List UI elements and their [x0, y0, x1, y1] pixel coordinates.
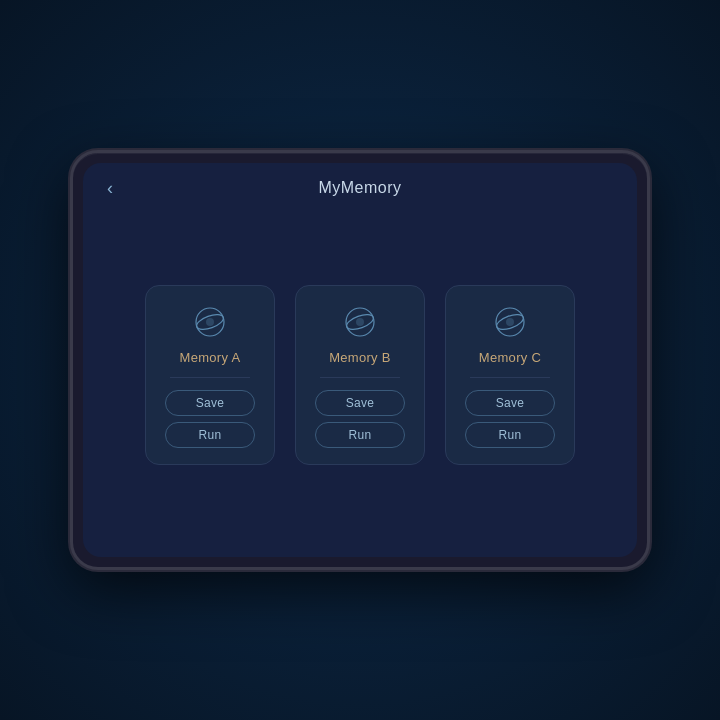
memory-b-label: Memory B: [329, 350, 391, 365]
memory-card-c: Memory C Save Run: [445, 285, 575, 465]
memory-a-label: Memory A: [180, 350, 241, 365]
page-header: ‹ MyMemory: [83, 163, 637, 213]
memory-a-run-button[interactable]: Run: [165, 422, 255, 448]
svg-point-5: [356, 318, 364, 326]
svg-point-2: [206, 318, 214, 326]
memory-card-b: Memory B Save Run: [295, 285, 425, 465]
tablet-device: ‹ MyMemory Memory A Save Run: [70, 150, 650, 570]
memory-cards-container: Memory A Save Run Memory B Save Run: [83, 213, 637, 557]
memory-a-save-button[interactable]: Save: [165, 390, 255, 416]
card-a-divider: [170, 377, 250, 378]
memory-b-icon: [342, 304, 378, 340]
tablet-screen: ‹ MyMemory Memory A Save Run: [83, 163, 637, 557]
memory-c-icon: [492, 304, 528, 340]
memory-b-run-button[interactable]: Run: [315, 422, 405, 448]
memory-c-run-button[interactable]: Run: [465, 422, 555, 448]
back-button[interactable]: ‹: [99, 174, 121, 203]
memory-card-a: Memory A Save Run: [145, 285, 275, 465]
page-title: MyMemory: [318, 179, 401, 197]
svg-point-8: [506, 318, 514, 326]
memory-a-icon: [192, 304, 228, 340]
card-b-divider: [320, 377, 400, 378]
memory-c-label: Memory C: [479, 350, 541, 365]
card-c-divider: [470, 377, 550, 378]
memory-c-save-button[interactable]: Save: [465, 390, 555, 416]
memory-b-save-button[interactable]: Save: [315, 390, 405, 416]
